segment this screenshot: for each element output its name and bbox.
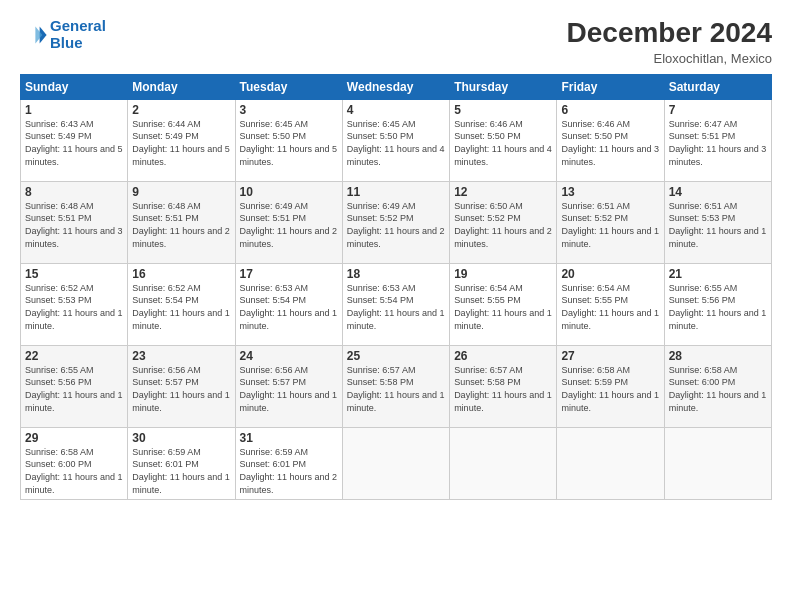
day-number: 30 xyxy=(132,431,230,445)
day-number: 15 xyxy=(25,267,123,281)
day-info: Sunrise: 6:59 AMSunset: 6:01 PMDaylight:… xyxy=(132,446,230,496)
calendar-cell: 23Sunrise: 6:56 AMSunset: 5:57 PMDayligh… xyxy=(128,345,235,427)
day-info: Sunrise: 6:43 AMSunset: 5:49 PMDaylight:… xyxy=(25,118,123,168)
day-number: 27 xyxy=(561,349,659,363)
day-info: Sunrise: 6:59 AMSunset: 6:01 PMDaylight:… xyxy=(240,446,338,496)
calendar-cell: 20Sunrise: 6:54 AMSunset: 5:55 PMDayligh… xyxy=(557,263,664,345)
calendar-cell xyxy=(557,427,664,499)
day-info: Sunrise: 6:53 AMSunset: 5:54 PMDaylight:… xyxy=(240,282,338,332)
logo-icon xyxy=(20,21,48,49)
calendar-cell: 25Sunrise: 6:57 AMSunset: 5:58 PMDayligh… xyxy=(342,345,449,427)
calendar-cell: 30Sunrise: 6:59 AMSunset: 6:01 PMDayligh… xyxy=(128,427,235,499)
calendar-cell: 13Sunrise: 6:51 AMSunset: 5:52 PMDayligh… xyxy=(557,181,664,263)
day-number: 22 xyxy=(25,349,123,363)
calendar-cell: 10Sunrise: 6:49 AMSunset: 5:51 PMDayligh… xyxy=(235,181,342,263)
calendar-cell: 11Sunrise: 6:49 AMSunset: 5:52 PMDayligh… xyxy=(342,181,449,263)
day-info: Sunrise: 6:56 AMSunset: 5:57 PMDaylight:… xyxy=(240,364,338,414)
day-number: 29 xyxy=(25,431,123,445)
day-info: Sunrise: 6:51 AMSunset: 5:52 PMDaylight:… xyxy=(561,200,659,250)
header: General Blue December 2024 Eloxochitlan,… xyxy=(20,18,772,66)
day-info: Sunrise: 6:51 AMSunset: 5:53 PMDaylight:… xyxy=(669,200,767,250)
calendar-cell: 3Sunrise: 6:45 AMSunset: 5:50 PMDaylight… xyxy=(235,99,342,181)
calendar-cell: 2Sunrise: 6:44 AMSunset: 5:49 PMDaylight… xyxy=(128,99,235,181)
calendar-cell: 16Sunrise: 6:52 AMSunset: 5:54 PMDayligh… xyxy=(128,263,235,345)
calendar-cell: 29Sunrise: 6:58 AMSunset: 6:00 PMDayligh… xyxy=(21,427,128,499)
day-info: Sunrise: 6:48 AMSunset: 5:51 PMDaylight:… xyxy=(132,200,230,250)
calendar-week-row: 29Sunrise: 6:58 AMSunset: 6:00 PMDayligh… xyxy=(21,427,772,499)
day-info: Sunrise: 6:45 AMSunset: 5:50 PMDaylight:… xyxy=(347,118,445,168)
calendar-cell: 8Sunrise: 6:48 AMSunset: 5:51 PMDaylight… xyxy=(21,181,128,263)
calendar-cell: 4Sunrise: 6:45 AMSunset: 5:50 PMDaylight… xyxy=(342,99,449,181)
day-info: Sunrise: 6:58 AMSunset: 5:59 PMDaylight:… xyxy=(561,364,659,414)
calendar-cell xyxy=(450,427,557,499)
calendar-cell: 28Sunrise: 6:58 AMSunset: 6:00 PMDayligh… xyxy=(664,345,771,427)
day-number: 11 xyxy=(347,185,445,199)
calendar-cell: 24Sunrise: 6:56 AMSunset: 5:57 PMDayligh… xyxy=(235,345,342,427)
day-info: Sunrise: 6:52 AMSunset: 5:54 PMDaylight:… xyxy=(132,282,230,332)
day-number: 5 xyxy=(454,103,552,117)
calendar-cell: 31Sunrise: 6:59 AMSunset: 6:01 PMDayligh… xyxy=(235,427,342,499)
day-info: Sunrise: 6:46 AMSunset: 5:50 PMDaylight:… xyxy=(561,118,659,168)
column-header-thursday: Thursday xyxy=(450,74,557,99)
calendar-cell: 14Sunrise: 6:51 AMSunset: 5:53 PMDayligh… xyxy=(664,181,771,263)
calendar-week-row: 8Sunrise: 6:48 AMSunset: 5:51 PMDaylight… xyxy=(21,181,772,263)
day-number: 28 xyxy=(669,349,767,363)
day-info: Sunrise: 6:56 AMSunset: 5:57 PMDaylight:… xyxy=(132,364,230,414)
day-number: 8 xyxy=(25,185,123,199)
logo-line2: Blue xyxy=(50,34,83,51)
calendar-header-row: SundayMondayTuesdayWednesdayThursdayFrid… xyxy=(21,74,772,99)
day-number: 31 xyxy=(240,431,338,445)
page: General Blue December 2024 Eloxochitlan,… xyxy=(0,0,792,612)
day-number: 19 xyxy=(454,267,552,281)
column-header-sunday: Sunday xyxy=(21,74,128,99)
day-info: Sunrise: 6:58 AMSunset: 6:00 PMDaylight:… xyxy=(669,364,767,414)
day-info: Sunrise: 6:45 AMSunset: 5:50 PMDaylight:… xyxy=(240,118,338,168)
day-number: 13 xyxy=(561,185,659,199)
day-number: 25 xyxy=(347,349,445,363)
day-info: Sunrise: 6:53 AMSunset: 5:54 PMDaylight:… xyxy=(347,282,445,332)
day-number: 3 xyxy=(240,103,338,117)
logo: General Blue xyxy=(20,18,106,51)
day-info: Sunrise: 6:47 AMSunset: 5:51 PMDaylight:… xyxy=(669,118,767,168)
day-info: Sunrise: 6:54 AMSunset: 5:55 PMDaylight:… xyxy=(454,282,552,332)
calendar-cell: 21Sunrise: 6:55 AMSunset: 5:56 PMDayligh… xyxy=(664,263,771,345)
calendar-cell: 18Sunrise: 6:53 AMSunset: 5:54 PMDayligh… xyxy=(342,263,449,345)
day-info: Sunrise: 6:57 AMSunset: 5:58 PMDaylight:… xyxy=(454,364,552,414)
calendar-cell: 22Sunrise: 6:55 AMSunset: 5:56 PMDayligh… xyxy=(21,345,128,427)
column-header-saturday: Saturday xyxy=(664,74,771,99)
calendar-cell xyxy=(664,427,771,499)
day-info: Sunrise: 6:55 AMSunset: 5:56 PMDaylight:… xyxy=(669,282,767,332)
day-number: 1 xyxy=(25,103,123,117)
calendar-cell: 26Sunrise: 6:57 AMSunset: 5:58 PMDayligh… xyxy=(450,345,557,427)
day-number: 4 xyxy=(347,103,445,117)
day-info: Sunrise: 6:44 AMSunset: 5:49 PMDaylight:… xyxy=(132,118,230,168)
day-info: Sunrise: 6:55 AMSunset: 5:56 PMDaylight:… xyxy=(25,364,123,414)
calendar-cell: 1Sunrise: 6:43 AMSunset: 5:49 PMDaylight… xyxy=(21,99,128,181)
day-info: Sunrise: 6:58 AMSunset: 6:00 PMDaylight:… xyxy=(25,446,123,496)
calendar-cell: 9Sunrise: 6:48 AMSunset: 5:51 PMDaylight… xyxy=(128,181,235,263)
day-number: 12 xyxy=(454,185,552,199)
calendar-cell: 7Sunrise: 6:47 AMSunset: 5:51 PMDaylight… xyxy=(664,99,771,181)
calendar-cell: 6Sunrise: 6:46 AMSunset: 5:50 PMDaylight… xyxy=(557,99,664,181)
day-info: Sunrise: 6:57 AMSunset: 5:58 PMDaylight:… xyxy=(347,364,445,414)
calendar-table: SundayMondayTuesdayWednesdayThursdayFrid… xyxy=(20,74,772,500)
calendar-cell: 17Sunrise: 6:53 AMSunset: 5:54 PMDayligh… xyxy=(235,263,342,345)
title-block: December 2024 Eloxochitlan, Mexico xyxy=(567,18,772,66)
day-number: 26 xyxy=(454,349,552,363)
day-number: 18 xyxy=(347,267,445,281)
column-header-tuesday: Tuesday xyxy=(235,74,342,99)
day-info: Sunrise: 6:49 AMSunset: 5:52 PMDaylight:… xyxy=(347,200,445,250)
day-number: 6 xyxy=(561,103,659,117)
calendar-week-row: 22Sunrise: 6:55 AMSunset: 5:56 PMDayligh… xyxy=(21,345,772,427)
calendar-cell: 15Sunrise: 6:52 AMSunset: 5:53 PMDayligh… xyxy=(21,263,128,345)
day-number: 24 xyxy=(240,349,338,363)
day-number: 17 xyxy=(240,267,338,281)
column-header-friday: Friday xyxy=(557,74,664,99)
day-info: Sunrise: 6:52 AMSunset: 5:53 PMDaylight:… xyxy=(25,282,123,332)
day-number: 23 xyxy=(132,349,230,363)
day-number: 21 xyxy=(669,267,767,281)
day-number: 10 xyxy=(240,185,338,199)
logo-text: General Blue xyxy=(50,18,106,51)
logo-line1: General xyxy=(50,17,106,34)
day-number: 20 xyxy=(561,267,659,281)
